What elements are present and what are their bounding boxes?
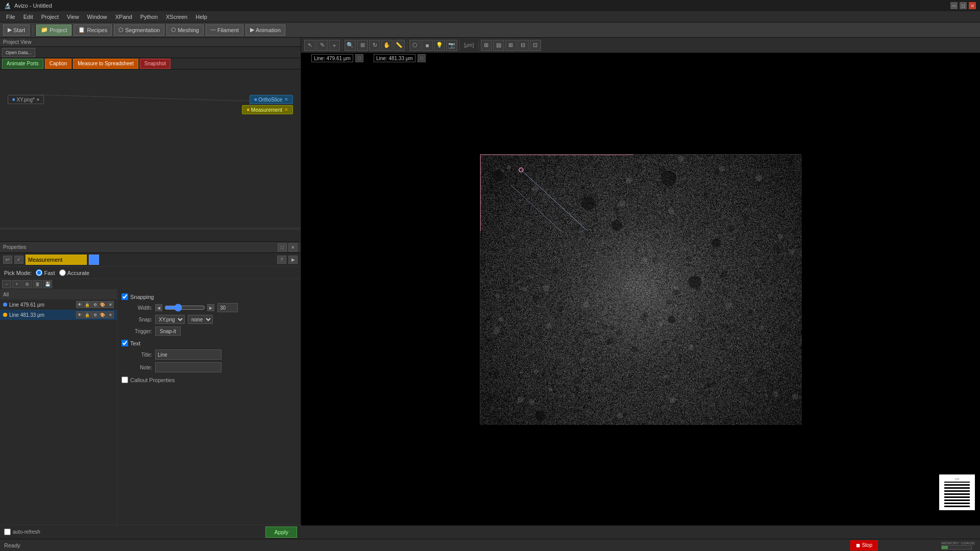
apply-btn[interactable]: Apply: [265, 527, 297, 538]
viewer-sep-1: [342, 40, 342, 51]
meas-val-2: Line: 481.33 μm: [374, 54, 415, 62]
meas-item-2[interactable]: Line 481.33 μm 👁 🔒 ⚙ 🎨 ✕: [0, 310, 117, 320]
qr-code: QR: [939, 474, 975, 510]
menu-view[interactable]: View: [63, 13, 83, 21]
panel-resize-handle[interactable]: [0, 228, 301, 230]
maximize-btn[interactable]: □: [960, 2, 967, 9]
snapshot-btn[interactable]: Snapshot: [140, 59, 170, 69]
segmentation-btn[interactable]: ⬡ Segmentation: [114, 24, 164, 36]
callout-header[interactable]: Callout Properties: [121, 377, 297, 383]
viewer-view-btn[interactable]: ▤: [493, 40, 504, 51]
viewer-rotate-btn[interactable]: ↻: [369, 40, 380, 51]
xy-node[interactable]: ■ XY.png* ●: [8, 95, 44, 104]
auto-refresh-checkbox[interactable]: [4, 529, 11, 535]
meas-lock-icon-1[interactable]: 🔒: [84, 301, 91, 308]
snap-label: Snap:: [121, 317, 152, 322]
width-slider[interactable]: [164, 304, 205, 311]
menu-project[interactable]: Project: [37, 13, 63, 21]
viewer-select-btn[interactable]: ↖: [304, 40, 315, 51]
props-pin-btn[interactable]: □: [278, 243, 287, 252]
auto-refresh-label[interactable]: auto-refresh: [4, 529, 40, 535]
callout-checkbox[interactable]: [121, 377, 128, 383]
meas-lock-icon-2[interactable]: 🔒: [84, 311, 91, 318]
ortho-slice-node[interactable]: ■ OrthoSlice ✕: [250, 95, 293, 104]
list-add-btn[interactable]: +: [12, 280, 21, 288]
width-decrease-btn[interactable]: ◄: [155, 304, 162, 311]
viewer-light-btn[interactable]: 💡: [434, 40, 445, 51]
viewer-pan-btn[interactable]: ✋: [381, 40, 393, 51]
measurement-color-box[interactable]: [89, 255, 99, 265]
props-play-btn[interactable]: ▶: [288, 256, 298, 264]
titlebar-controls[interactable]: ─ □ ✕: [950, 2, 976, 9]
text-checkbox[interactable]: [121, 340, 128, 346]
props-undo-btn[interactable]: ↩: [3, 256, 12, 264]
viewer-measure-btn[interactable]: 📏: [394, 40, 405, 51]
viewer-layout-btn[interactable]: ⊞: [505, 40, 517, 51]
viewer-zoom-fit-btn[interactable]: ⊞: [357, 40, 368, 51]
measurement-name-input[interactable]: [26, 255, 87, 265]
pick-mode-fast[interactable]: Fast: [36, 269, 55, 276]
snap-none-select[interactable]: none: [188, 315, 213, 324]
menu-help[interactable]: Help: [191, 13, 211, 21]
meas-color-icon-1[interactable]: 🎨: [99, 301, 106, 308]
width-input[interactable]: [217, 303, 238, 312]
list-collapse-btn[interactable]: −: [2, 280, 11, 288]
note-input[interactable]: [155, 362, 222, 372]
props-close-btn[interactable]: ✕: [288, 243, 298, 252]
stop-btn[interactable]: ◼ Stop: [850, 540, 878, 550]
caption-btn[interactable]: Caption: [45, 59, 71, 69]
viewer-wireframe-btn[interactable]: ⬡: [409, 40, 421, 51]
snap-it-btn[interactable]: Snap-it: [155, 327, 181, 336]
menu-xscreen[interactable]: XScreen: [162, 13, 191, 21]
viewer-draw-btn[interactable]: ✎: [316, 40, 328, 51]
minimize-btn[interactable]: ─: [950, 2, 958, 9]
list-save-btn[interactable]: 💾: [43, 280, 52, 288]
meas-gear-icon-2[interactable]: ⚙: [91, 311, 99, 318]
list-copy-btn[interactable]: ⧉: [22, 280, 32, 288]
viewport[interactable]: [301, 53, 980, 525]
meshing-btn[interactable]: ⬡ Meshing: [166, 24, 204, 36]
pick-mode-accurate[interactable]: Accurate: [59, 269, 89, 276]
viewer-fullscreen-btn[interactable]: ⊡: [530, 40, 541, 51]
list-delete-btn[interactable]: 🗑: [33, 280, 42, 288]
menu-window[interactable]: Window: [83, 13, 111, 21]
recipes-btn[interactable]: 📋 Recipes: [74, 24, 112, 36]
menu-xpand[interactable]: XPand: [111, 13, 136, 21]
close-btn[interactable]: ✕: [969, 2, 976, 9]
animation-btn[interactable]: ▶ Animation: [246, 24, 285, 36]
animate-ports-btn[interactable]: Animate Ports: [2, 59, 43, 69]
micro-image-canvas: [480, 155, 802, 425]
open-data-btn[interactable]: Open Data...: [2, 48, 35, 57]
measure-to-spreadsheet-btn[interactable]: Measure to Spreadsheet: [73, 59, 138, 69]
snap-select[interactable]: XY.png none: [155, 315, 185, 324]
props-help-btn[interactable]: ?: [277, 256, 286, 264]
menu-edit[interactable]: Edit: [19, 13, 37, 21]
menu-file[interactable]: File: [2, 13, 19, 21]
meas-box-btn-2[interactable]: □: [418, 54, 426, 62]
meas-eye-icon-1[interactable]: 👁: [76, 301, 83, 308]
viewer-solid-btn[interactable]: ■: [422, 40, 433, 51]
meas-color-icon-2[interactable]: 🎨: [99, 311, 106, 318]
title-input[interactable]: [155, 349, 222, 360]
meshing-icon: ⬡: [171, 27, 176, 33]
meas-box-btn-1[interactable]: □: [355, 54, 363, 62]
viewer-zoom-btn[interactable]: 🔍: [345, 40, 356, 51]
filament-btn[interactable]: 〰 Filament: [206, 24, 243, 36]
meas-delete-icon-1[interactable]: ✕: [107, 301, 114, 308]
viewer-grid-btn[interactable]: ⊞: [481, 40, 492, 51]
project-btn[interactable]: 📁 Project: [36, 24, 71, 36]
status-text: Ready: [4, 542, 20, 548]
props-check-btn[interactable]: ✓: [14, 256, 23, 264]
viewer-camera-btn[interactable]: 📷: [446, 40, 457, 51]
viewer-pick-btn[interactable]: +: [329, 40, 340, 51]
meas-gear-icon-1[interactable]: ⚙: [91, 301, 99, 308]
width-increase-btn[interactable]: ►: [207, 304, 214, 311]
meas-delete-icon-2[interactable]: ✕: [107, 311, 114, 318]
meas-item-1[interactable]: Line 479.61 μm 👁 🔒 ⚙ 🎨 ✕: [0, 299, 117, 310]
measurement-node[interactable]: ■ Measurement ✕: [242, 105, 293, 114]
viewer-split-btn[interactable]: ⊟: [518, 40, 529, 51]
start-btn[interactable]: ▶ Start: [3, 24, 30, 36]
meas-eye-icon-2[interactable]: 👁: [76, 311, 83, 318]
menu-python[interactable]: Python: [136, 13, 162, 21]
snapping-checkbox[interactable]: [121, 293, 128, 300]
